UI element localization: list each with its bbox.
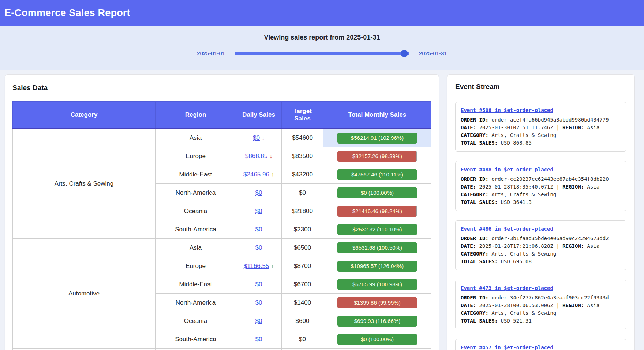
date-slider-row: 2025-01-01 2025-01-31 — [0, 50, 644, 56]
region-cell: Asia — [156, 239, 236, 257]
event-field-label: DATE: — [461, 184, 476, 190]
badge-label: $82157.26 (98.39%) — [337, 151, 417, 162]
sales-table-header: CategoryRegionDaily SalesTarget SalesTot… — [13, 102, 431, 129]
total-monthly-sales-cell: $2532.32 (110.10%) — [323, 220, 431, 239]
col-header-category: Category — [13, 102, 156, 129]
region-cell: South-America — [156, 330, 236, 349]
date-slider-thumb[interactable] — [401, 50, 408, 57]
total-sales-badge: $699.93 (116.66%) — [337, 316, 417, 327]
daily-sales-cell: $0 — [236, 330, 282, 349]
target-sales-cell: $0 — [282, 330, 323, 349]
region-cell: Europe — [156, 147, 236, 165]
event-order-id-line: ORDER ID: order-acef4fa66bd945a3abdd9980… — [461, 116, 621, 124]
total-sales-badge: $1399.86 (99.99%) — [337, 297, 417, 308]
daily-sales-cell: $0 — [236, 202, 282, 220]
event-link[interactable]: Event #486 in $et-order-placed — [461, 225, 553, 233]
region-cell: North-America — [156, 184, 236, 202]
total-monthly-sales-cell: $0 (100.00%) — [323, 184, 431, 202]
total-sales-badge: $0 (100.00%) — [337, 334, 417, 345]
total-sales-badge: $56214.91 (102.96%) — [337, 133, 417, 144]
target-sales-cell: $6500 — [282, 239, 323, 257]
event-category-line: CATEGORY: Arts, Crafts & Sewing — [461, 250, 621, 258]
daily-sales-link[interactable]: $2465.96 — [243, 171, 269, 178]
region-cell: South-America — [156, 220, 236, 239]
event-field-label: TOTAL SALES: — [461, 258, 498, 264]
date-slider-track[interactable] — [235, 52, 409, 55]
daily-sales-link[interactable]: $0 — [255, 281, 262, 288]
daily-sales-link[interactable]: $0 — [255, 208, 262, 215]
event-link[interactable]: Event #508 in $et-order-placed — [461, 107, 553, 114]
daily-sales-link[interactable]: $0 — [255, 299, 262, 306]
event-date-region-line: DATE: 2025-01-28T18:35:40.071Z | REGION:… — [461, 183, 621, 191]
event-total-sales-line: TOTAL SALES: USD 868.85 — [461, 139, 621, 147]
daily-sales-cell: $0 — [236, 275, 282, 294]
badge-label: $2532.32 (110.10%) — [337, 224, 417, 235]
total-monthly-sales-cell: $21416.46 (98.24%) — [323, 202, 431, 220]
event-date-region-line: DATE: 2025-01-28T00:06:53.006Z | REGION:… — [461, 302, 621, 309]
total-sales-badge: $6765.99 (100.98%) — [337, 279, 417, 290]
col-header-target-sales: Target Sales — [282, 102, 323, 129]
region-cell: Asia — [156, 129, 236, 147]
daily-sales-cell: $0 — [236, 220, 282, 239]
sales-data-heading: Sales Data — [12, 84, 431, 92]
badge-label: $699.93 (116.66%) — [337, 316, 417, 327]
arrow-down-icon: ↓ — [269, 153, 272, 159]
report-date-title: Viewing sales report from 2025-01-31 — [0, 34, 644, 41]
daily-sales-link[interactable]: $1166.55 — [244, 262, 269, 269]
event-link[interactable]: Event #488 in $et-order-placed — [461, 166, 553, 174]
target-sales-cell: $600 — [282, 312, 323, 330]
total-sales-badge: $0 (100.00%) — [337, 187, 417, 198]
event-stream-heading: Event Stream — [455, 83, 626, 91]
daily-sales-link[interactable]: $0 — [255, 189, 262, 196]
target-sales-cell: $6700 — [282, 275, 323, 294]
empty-cell — [156, 349, 236, 350]
badge-label: $47567.46 (110.11%) — [337, 169, 417, 180]
event-link[interactable]: Event #457 in $et-order-placed — [461, 344, 553, 350]
event-field-label: CATEGORY: — [461, 132, 488, 138]
col-header-daily-sales: Daily Sales — [236, 102, 282, 129]
slider-max-label: 2025-01-31 — [419, 50, 447, 56]
event-card: Event #486 in $et-order-placedORDER ID: … — [455, 220, 626, 270]
event-date-region-line: DATE: 2025-01-28T17:21:06.828Z | REGION:… — [461, 242, 621, 250]
event-total-sales-line: TOTAL SALES: USD 695.08 — [461, 258, 621, 265]
event-field-label: TOTAL SALES: — [461, 318, 498, 324]
event-card: Event #457 in $et-order-placedORDER ID: … — [455, 339, 626, 350]
event-field-label: TOTAL SALES: — [461, 140, 498, 146]
main-content: Sales Data CategoryRegionDaily SalesTarg… — [0, 70, 644, 350]
sales-table: CategoryRegionDaily SalesTarget SalesTot… — [12, 101, 431, 350]
daily-sales-link[interactable]: $0 — [253, 134, 260, 141]
total-monthly-sales-cell: $0 (100.00%) — [323, 330, 431, 349]
daily-sales-cell: $1166.55↑ — [236, 257, 282, 275]
event-field-label: ORDER ID: — [461, 235, 488, 241]
badge-label: $0 (100.00%) — [337, 187, 417, 198]
event-field-label: ORDER ID: — [461, 117, 488, 123]
event-link[interactable]: Event #473 in $et-order-placed — [461, 284, 553, 292]
badge-label: $1399.86 (99.99%) — [337, 297, 417, 308]
badge-label: $6532.68 (100.50%) — [337, 242, 417, 253]
arrow-up-icon: ↑ — [271, 263, 274, 269]
daily-sales-link[interactable]: $868.85 — [245, 153, 267, 160]
total-monthly-sales-cell: $10965.57 (126.04%) — [323, 257, 431, 275]
region-cell: Oceania — [156, 202, 236, 220]
daily-sales-link[interactable]: $0 — [255, 226, 262, 233]
event-category-line: CATEGORY: Arts, Crafts & Sewing — [461, 131, 621, 139]
total-monthly-sales-cell: $1399.86 (99.99%) — [323, 294, 431, 312]
daily-sales-link[interactable]: $0 — [255, 317, 262, 324]
page-title: E-Commerce Sales Report — [4, 7, 130, 19]
daily-sales-link[interactable]: $0 — [255, 244, 262, 251]
event-date-region-line: DATE: 2025-01-30T02:51:11.746Z | REGION:… — [461, 124, 621, 131]
badge-label: $0 (100.00%) — [337, 334, 417, 345]
app-header: E-Commerce Sales Report — [0, 0, 644, 26]
total-sales-badge: $6532.68 (100.50%) — [337, 242, 417, 253]
target-sales-cell: $21800 — [282, 202, 323, 220]
total-sales-badge: $10965.57 (126.04%) — [337, 261, 417, 272]
target-sales-cell: $83500 — [282, 147, 323, 165]
total-sales-badge: $2532.32 (110.10%) — [337, 224, 417, 235]
target-sales-cell: $54600 — [282, 129, 323, 147]
table-row: AutomotiveAsia$0$6500$6532.68 (100.50%) — [13, 239, 431, 257]
col-header-region: Region — [156, 102, 236, 129]
event-card: Event #488 in $et-order-placedORDER ID: … — [455, 161, 626, 211]
event-list: Event #508 in $et-order-placedORDER ID: … — [455, 102, 626, 350]
daily-sales-link[interactable]: $0 — [255, 336, 262, 343]
table-row: Arts, Crafts & SewingAsia$0↓$54600$56214… — [13, 129, 431, 147]
